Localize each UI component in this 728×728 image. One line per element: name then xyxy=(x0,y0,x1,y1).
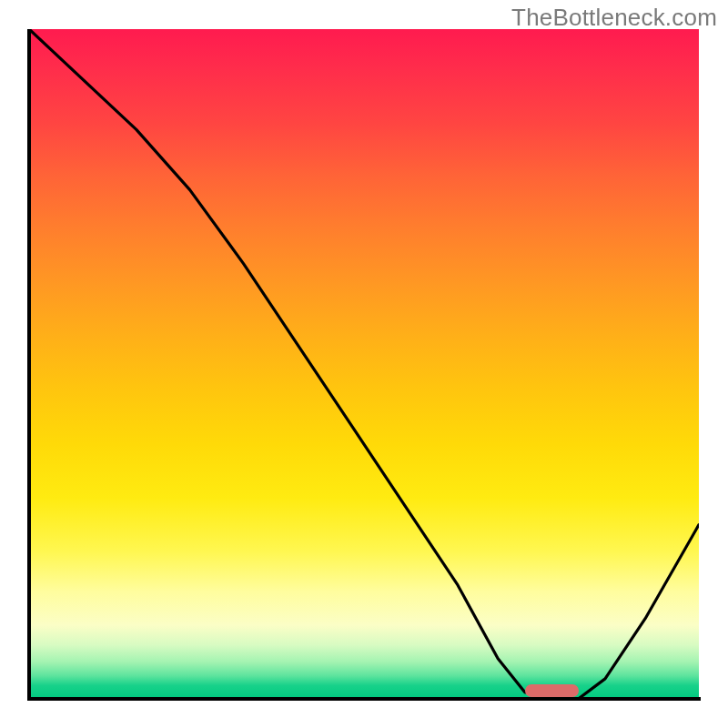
curve-layer xyxy=(29,29,699,699)
bottleneck-chart: TheBottleneck.com xyxy=(0,0,728,728)
bottleneck-curve-path xyxy=(29,29,699,699)
optimum-marker xyxy=(525,684,579,697)
watermark-text: TheBottleneck.com xyxy=(511,4,717,32)
plot-area xyxy=(29,29,699,699)
